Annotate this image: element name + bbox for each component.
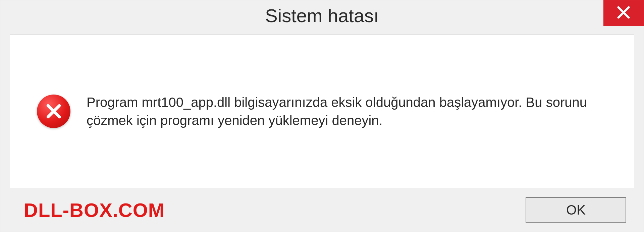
ok-button[interactable]: OK <box>526 197 626 223</box>
dialog-content: Program mrt100_app.dll bilgisayarınızda … <box>10 35 634 188</box>
watermark-text: DLL-BOX.COM <box>24 199 165 221</box>
title-bar: Sistem hatası <box>0 0 644 31</box>
dialog-footer: DLL-BOX.COM OK <box>0 188 644 232</box>
error-message: Program mrt100_app.dll bilgisayarınızda … <box>87 93 614 129</box>
close-icon <box>616 5 631 21</box>
error-dialog: Sistem hatası Program mrt100_app.dll bil… <box>0 0 644 232</box>
error-icon <box>37 95 70 128</box>
dialog-title: Sistem hatası <box>265 5 379 26</box>
close-button[interactable] <box>603 0 644 26</box>
